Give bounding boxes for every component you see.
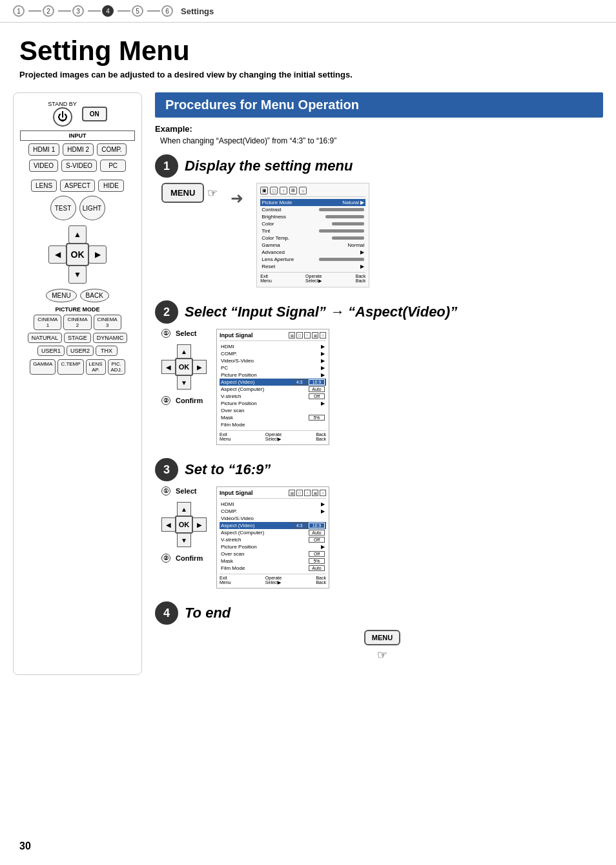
page-subtitle: Projected images can be adjusted to a de… xyxy=(0,70,616,92)
comp-button[interactable]: COMP. xyxy=(97,143,127,156)
main-content: STAND BY ⏻ ON INPUT HDMI 1 HDMI 2 COMP. … xyxy=(0,92,616,675)
step-1-menu-screenshot: ▣ □ ↑ ⊞ ○ Picture ModeNatural ▶ Contrast… xyxy=(256,183,369,287)
step2-dpad-down[interactable]: ▼ xyxy=(177,375,191,390)
nav-step-2: 2 xyxy=(43,5,54,17)
dpad-down[interactable]: ▼ xyxy=(68,266,87,284)
dpad-left[interactable]: ◀ xyxy=(48,245,67,264)
menu-icon-pic: ▣ xyxy=(260,187,268,194)
ok-button[interactable]: OK xyxy=(66,243,89,266)
hdmi1-button[interactable]: HDMI 1 xyxy=(28,143,59,156)
step-2: 2 Select “Input Signal” → “Aspect(Video)… xyxy=(155,300,603,445)
nav-step-5: 5 xyxy=(132,5,143,17)
natural-row: NATURAL STAGE DYNAMIC xyxy=(20,333,135,343)
step2-dpad-up[interactable]: ▲ xyxy=(177,344,191,359)
step-1-arrow: ➜ xyxy=(231,189,243,207)
step2-dpad-left[interactable]: ◀ xyxy=(161,360,176,374)
cinema2-button[interactable]: CINEMA 2 xyxy=(63,315,91,330)
procedures-header: Procedures for Menu Operation xyxy=(155,92,603,118)
menu-icon-3: ↑ xyxy=(280,187,287,194)
example-label: Example: xyxy=(155,124,603,134)
step-3-select-label: ① Select xyxy=(161,486,207,495)
bottom-row: GAMMA C.TEMP LENS AP. PIC. ADJ. xyxy=(20,359,135,375)
dpad: ▲ ◀ OK ▶ ▼ xyxy=(48,225,107,284)
user2-button[interactable]: USER2 xyxy=(67,346,94,356)
lens-row: LENS ASPECT HIDE xyxy=(20,180,135,192)
lens-button[interactable]: LENS xyxy=(31,180,57,192)
power-icon[interactable]: ⏻ xyxy=(53,107,72,127)
video-button[interactable]: VIDEO xyxy=(29,160,58,172)
step-2-title: Select “Input Signal” → “Aspect(Video)” xyxy=(185,304,457,320)
dpad-right[interactable]: ▶ xyxy=(88,245,107,264)
user1-button[interactable]: USER1 xyxy=(37,346,65,356)
step-2-circle: 2 xyxy=(155,300,178,324)
remote-control: STAND BY ⏻ ON INPUT HDMI 1 HDMI 2 COMP. … xyxy=(13,92,142,675)
menu-row-advanced: Advanced▶ xyxy=(260,249,365,256)
nav-step-6: 6 xyxy=(161,5,173,17)
natural-button[interactable]: NATURAL xyxy=(28,333,62,343)
on-button[interactable]: ON xyxy=(82,107,107,121)
step3-dpad-down[interactable]: ▼ xyxy=(177,533,191,547)
instruction-panel: Procedures for Menu Operation Example: W… xyxy=(155,92,603,675)
menu-icon-2: □ xyxy=(270,187,278,194)
nav-step-4-active: 4 xyxy=(102,5,114,17)
dynamic-button[interactable]: DYNAMIC xyxy=(93,333,128,343)
gamma-button[interactable]: GAMMA xyxy=(30,359,56,375)
step-3-controls: ① Select ▲ ◀ OK ▶ ▼ ② Confirm xyxy=(161,486,207,563)
step-2-controls: ① Select ▲ ◀ OK ▶ ▼ ② Confirm xyxy=(161,329,207,405)
step-3-circle: 3 xyxy=(155,458,178,481)
step3-ok[interactable]: OK xyxy=(175,516,193,534)
menu-row-reset: Reset▶ xyxy=(260,263,365,270)
step-3-confirm-label: ② Confirm xyxy=(161,554,207,563)
step-1-title: Display the setting menu xyxy=(185,158,353,174)
lensap-button[interactable]: LENS AP. xyxy=(86,359,106,375)
stage-button[interactable]: STAGE xyxy=(64,333,91,343)
nav-dash-4 xyxy=(118,10,130,12)
thx-button[interactable]: THX xyxy=(96,346,118,356)
nav-dash-3 xyxy=(88,10,101,12)
step-1-menu-btn[interactable]: MENU xyxy=(161,183,204,203)
step-2-dpad: ▲ ◀ OK ▶ ▼ xyxy=(161,344,207,390)
cinema1-button[interactable]: CINEMA 1 xyxy=(34,315,61,330)
user-row: USER1 USER2 THX xyxy=(20,346,135,356)
step-3: 3 Set to “16:9” ① Select ▲ ◀ OK ▶ ▼ xyxy=(155,458,603,589)
picadj-button[interactable]: PIC. ADJ. xyxy=(108,359,125,375)
light-button[interactable]: LIGHT xyxy=(79,196,105,220)
standby-group: STAND BY ⏻ ON xyxy=(20,101,135,127)
menu-row-lensap: Lens Aperture xyxy=(260,256,365,263)
svideo-button[interactable]: S-VIDEO xyxy=(61,160,97,172)
menu-icon-4: ⊞ xyxy=(289,187,297,194)
step-2-confirm-label: ② Confirm xyxy=(161,396,207,405)
hdmi2-button[interactable]: HDMI 2 xyxy=(63,143,94,156)
menu-row-picturemode: Picture ModeNatural ▶ xyxy=(260,199,365,206)
step-1-circle: 1 xyxy=(155,154,178,178)
test-light-row: TEST LIGHT xyxy=(20,196,135,220)
ctemp-button[interactable]: C.TEMP xyxy=(57,359,83,375)
pc-button[interactable]: PC xyxy=(100,160,126,172)
dpad-up[interactable]: ▲ xyxy=(68,225,87,244)
step-2-select-label: ① Select xyxy=(161,329,207,338)
step2-dpad-right[interactable]: ▶ xyxy=(192,360,207,374)
hide-button[interactable]: HIDE xyxy=(98,180,124,192)
step3-dpad-right[interactable]: ▶ xyxy=(192,517,207,532)
step-4-menu-btn[interactable]: MENU xyxy=(364,630,400,645)
test-button[interactable]: TEST xyxy=(50,196,76,220)
aspect-button[interactable]: ASPECT xyxy=(60,180,95,192)
cinema3-button[interactable]: CINEMA 3 xyxy=(94,315,121,330)
step-1: 1 Display the setting menu MENU ☞ ➜ ▣ □ … xyxy=(155,154,603,287)
menu-button[interactable]: MENU xyxy=(46,289,76,302)
step3-dpad-up[interactable]: ▲ xyxy=(177,502,191,516)
step-1-content: MENU ☞ ➜ ▣ □ ↑ ⊞ ○ Picture ModeNatura xyxy=(155,183,603,287)
nav-dash-1 xyxy=(28,10,41,12)
input-row-2: VIDEO S-VIDEO PC xyxy=(20,160,135,172)
input-row-1: HDMI 1 HDMI 2 COMP. xyxy=(20,143,135,156)
step-1-menu-illus: MENU ☞ xyxy=(161,183,218,203)
menu-row-contrast: Contrast xyxy=(260,206,365,213)
step2-ok[interactable]: OK xyxy=(175,358,193,376)
step4-cursor-icon: ☞ xyxy=(377,648,387,662)
nav-dash-2 xyxy=(58,10,71,12)
page-title: Setting Menu xyxy=(0,23,616,70)
back-button[interactable]: BACK xyxy=(80,289,109,302)
menu-row-gamma: GammaNormal xyxy=(260,242,365,249)
step-4-content: MENU ☞ xyxy=(155,630,603,662)
step3-dpad-left[interactable]: ◀ xyxy=(161,517,176,532)
